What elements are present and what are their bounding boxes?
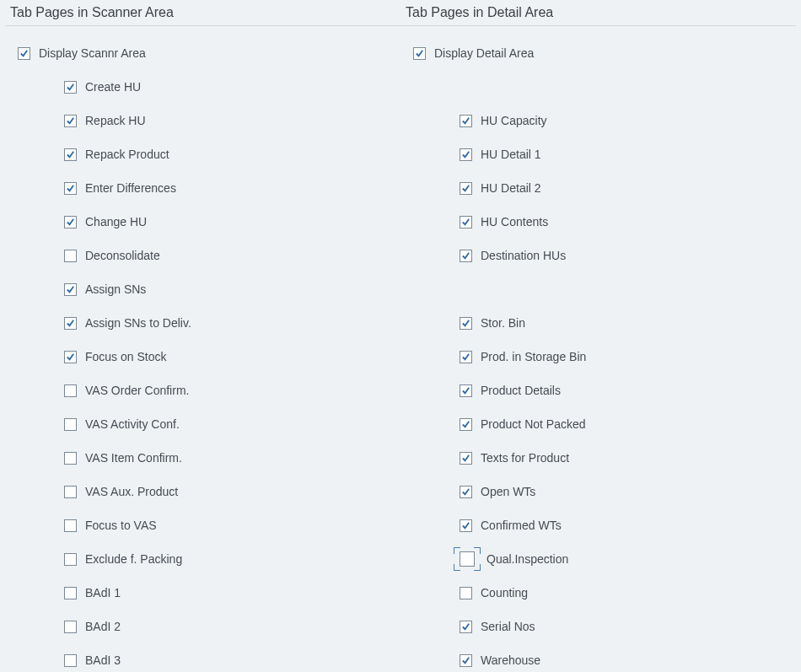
detail-item-row: Product Details [400,374,796,407]
checkbox-hu-capacity[interactable] [460,115,472,127]
detail-item-row: Counting [400,576,796,610]
checkbox-confirmed-wts[interactable] [460,519,472,532]
scanner-item-row: Repack Product [5,137,400,171]
label-display-scanner-area: Display Scannr Area [39,46,146,60]
checkbox-hu-detail-1[interactable] [460,148,472,161]
checkbox-vas-aux-product[interactable] [64,486,77,498]
checkbox-vas-order-confirm[interactable] [64,384,77,397]
checkbox-badi-1[interactable] [64,587,77,599]
scanner-item-row: Repack HU [5,104,400,137]
blank-row [400,272,796,306]
checkbox-stor-bin[interactable] [460,317,472,330]
label-vas-activity-conf: VAS Activity Conf. [85,417,180,431]
checkbox-badi-2[interactable] [64,621,77,633]
detail-item-row: HU Capacity [400,104,796,137]
scanner-item-row: Deconsolidate [5,239,400,272]
detail-item-row: HU Detail 1 [400,137,796,171]
checkbox-prod-in-storage-bin[interactable] [460,351,472,363]
label-vas-item-confirm: VAS Item Confirm. [85,451,182,465]
checkbox-exclude-f-packing[interactable] [64,553,77,566]
checkbox-repack-product[interactable] [64,148,77,161]
checkbox-change-hu[interactable] [64,216,77,228]
scanner-item-row: BAdI 1 [5,576,400,610]
label-create-hu: Create HU [85,80,141,94]
checkbox-assign-sns-to-deliv[interactable] [64,317,77,330]
checkbox-destination-hus[interactable] [460,250,472,262]
checkbox-open-wts[interactable] [460,486,472,498]
label-destination-hus: Destination HUs [481,249,566,262]
label-prod-in-storage-bin: Prod. in Storage Bin [481,350,586,363]
detail-item-row: Warehouse [400,643,796,672]
focused-checkbox-wrap [456,550,478,568]
label-vas-order-confirm: VAS Order Confirm. [85,384,189,397]
label-badi-1: BAdI 1 [85,586,121,599]
label-hu-capacity: HU Capacity [481,114,547,127]
scanner-item-row: Enter Differences [5,171,400,205]
label-assign-sns-to-deliv: Assign SNs to Deliv. [85,316,191,330]
checkbox-hu-detail-2[interactable] [460,182,472,195]
checkbox-display-scanner-area[interactable] [18,47,30,60]
label-hu-detail-1: HU Detail 1 [481,148,541,161]
label-counting: Counting [481,586,528,599]
scanner-item-row: Create HU [5,70,400,104]
detail-column: Display Detail AreaHU CapacityHU Detail … [400,36,796,672]
scanner-item-row: Exclude f. Packing [5,542,400,576]
checkbox-product-not-packed[interactable] [460,418,472,431]
label-product-not-packed: Product Not Packed [481,417,586,431]
label-repack-hu: Repack HU [85,114,146,127]
checkbox-hu-contents[interactable] [460,216,472,228]
checkbox-badi-3[interactable] [64,654,77,667]
label-focus-to-vas: Focus to VAS [85,519,157,532]
detail-item-row: Stor. Bin [400,306,796,340]
detail-root-row: Display Detail Area [400,36,796,70]
checkbox-assign-sns[interactable] [64,283,77,296]
label-assign-sns: Assign SNs [85,282,146,296]
scanner-item-row: BAdI 2 [5,610,400,643]
checkbox-focus-on-stock[interactable] [64,351,77,363]
scanner-item-row: VAS Item Confirm. [5,441,400,475]
checkbox-warehouse[interactable] [460,654,472,667]
scanner-item-row: VAS Order Confirm. [5,374,400,407]
checkbox-deconsolidate[interactable] [64,250,77,262]
label-exclude-f-packing: Exclude f. Packing [85,552,182,566]
scanner-header-col: Tab Pages in Scanner Area [5,3,400,25]
detail-item-row: Serial Nos [400,610,796,643]
checkbox-create-hu[interactable] [64,81,77,94]
scanner-item-row: Focus on Stock [5,340,400,374]
checkbox-qual-inspection[interactable] [460,551,475,567]
scanner-item-row: VAS Aux. Product [5,475,400,508]
detail-item-row: Open WTs [400,475,796,508]
detail-item-row: Qual.Inspection [400,542,796,576]
label-hu-detail-2: HU Detail 2 [481,181,541,195]
label-confirmed-wts: Confirmed WTs [481,519,562,532]
divider [5,25,796,26]
checkbox-counting[interactable] [460,587,472,599]
label-stor-bin: Stor. Bin [481,316,525,330]
checkbox-texts-for-product[interactable] [460,452,472,465]
checkbox-serial-nos[interactable] [460,621,472,633]
checkbox-enter-differences[interactable] [64,182,77,195]
scanner-item-row: BAdI 3 [5,643,400,672]
label-focus-on-stock: Focus on Stock [85,350,167,363]
scanner-item-row: Focus to VAS [5,508,400,542]
label-display-detail-area: Display Detail Area [434,46,534,60]
checkbox-repack-hu[interactable] [64,115,77,127]
scanner-column: Display Scannr AreaCreate HURepack HURep… [5,36,400,672]
label-enter-differences: Enter Differences [85,181,176,195]
label-badi-2: BAdI 2 [85,620,121,633]
checkbox-focus-to-vas[interactable] [64,519,77,532]
detail-header-col: Tab Pages in Detail Area [400,3,796,25]
detail-item-row: HU Detail 2 [400,171,796,205]
detail-item-row: Prod. in Storage Bin [400,340,796,374]
label-repack-product: Repack Product [85,148,169,161]
checkbox-display-detail-area[interactable] [413,47,426,60]
label-warehouse: Warehouse [481,653,540,667]
checkbox-vas-activity-conf[interactable] [64,418,77,431]
checkbox-vas-item-confirm[interactable] [64,452,77,465]
scanner-root-row: Display Scannr Area [5,36,400,70]
checkbox-product-details[interactable] [460,384,472,397]
scanner-item-row: Change HU [5,205,400,239]
label-open-wts: Open WTs [481,485,535,498]
scanner-item-row: Assign SNs [5,272,400,306]
detail-header: Tab Pages in Detail Area [400,3,796,25]
